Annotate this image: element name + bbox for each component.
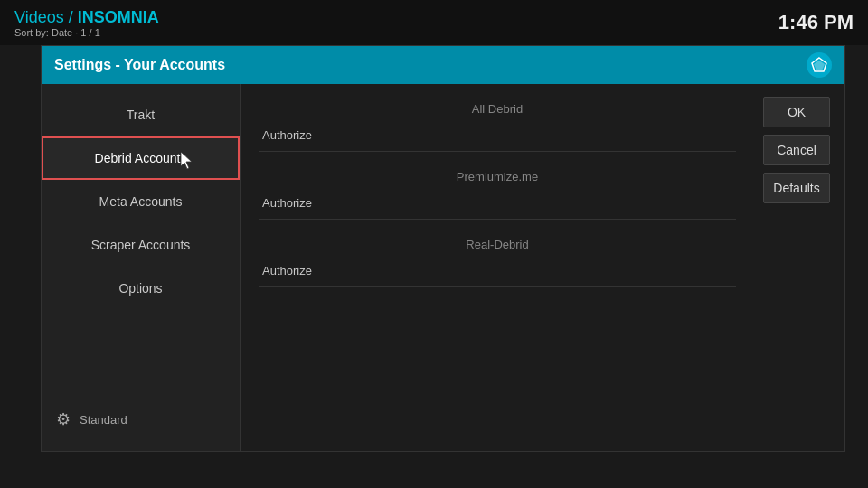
clock: 1:46 PM [778, 11, 854, 34]
dialog-titlebar: Settings - Your Accounts [42, 46, 844, 84]
all-debrid-title: All Debrid [259, 93, 736, 119]
action-buttons: OK Cancel Defaults [754, 84, 844, 451]
top-bar: Videos / INSOMNIA Sort by: Date · 1 / 1 … [0, 0, 868, 45]
real-debrid-section: Real-Debrid Authorize [259, 229, 736, 287]
ok-button[interactable]: OK [763, 97, 830, 127]
dialog-title: Settings - Your Accounts [54, 57, 225, 73]
real-debrid-row: Authorize [259, 255, 736, 287]
top-bar-left: Videos / INSOMNIA Sort by: Date · 1 / 1 [14, 8, 159, 38]
sort-info: Sort by: Date · 1 / 1 [14, 27, 159, 38]
premiumize-section: Premiumize.me Authorize [259, 161, 736, 220]
breadcrumb-prefix: Videos / [14, 8, 78, 26]
gear-icon: ⚙ [56, 409, 71, 429]
real-debrid-authorize-button[interactable]: Authorize [262, 262, 312, 279]
sidebar: Trakt Debrid Accounts Meta Accounts Scra… [42, 84, 241, 451]
kodi-icon [807, 52, 832, 78]
sidebar-item-scraper[interactable]: Scraper Accounts [42, 223, 240, 267]
premiumize-row: Authorize [259, 187, 736, 220]
sidebar-item-debrid[interactable]: Debrid Accounts [42, 136, 240, 180]
premiumize-title: Premiumize.me [259, 161, 736, 187]
all-debrid-section: All Debrid Authorize [259, 93, 736, 152]
defaults-button[interactable]: Defaults [763, 173, 830, 203]
sidebar-item-meta[interactable]: Meta Accounts [42, 180, 240, 223]
all-debrid-authorize-button[interactable]: Authorize [262, 127, 312, 144]
sidebar-items: Trakt Debrid Accounts Meta Accounts Scra… [42, 93, 240, 310]
all-debrid-row: Authorize [259, 119, 736, 152]
breadcrumb-title: INSOMNIA [78, 8, 159, 26]
profile-label: Standard [80, 413, 127, 427]
dialog-body: Trakt Debrid Accounts Meta Accounts Scra… [42, 84, 844, 451]
sidebar-item-options[interactable]: Options [42, 267, 240, 310]
sidebar-item-trakt[interactable]: Trakt [42, 93, 240, 136]
svg-marker-1 [814, 61, 825, 70]
sidebar-bottom: ⚙ Standard [42, 397, 240, 442]
premiumize-authorize-button[interactable]: Authorize [262, 194, 312, 211]
settings-dialog: Settings - Your Accounts Trakt Debrid Ac… [41, 45, 845, 452]
real-debrid-title: Real-Debrid [259, 229, 736, 255]
breadcrumb: Videos / INSOMNIA [14, 8, 159, 27]
main-content: All Debrid Authorize Premiumize.me Autho… [241, 84, 754, 451]
cancel-button[interactable]: Cancel [763, 135, 830, 165]
